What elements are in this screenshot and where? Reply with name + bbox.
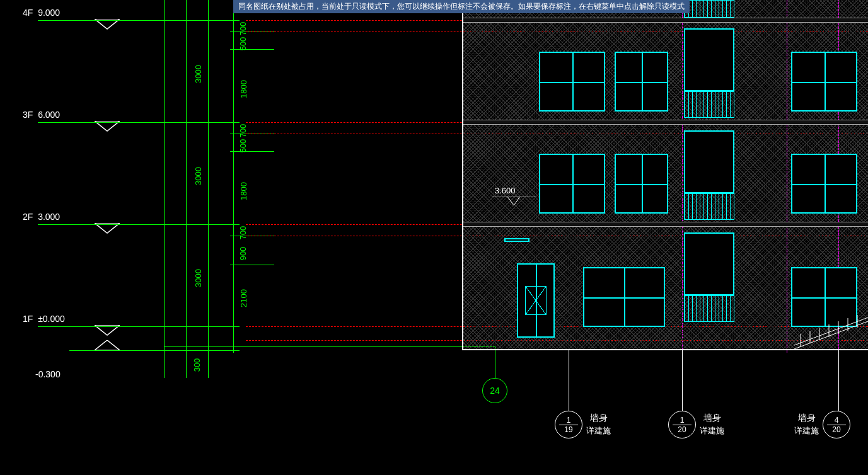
- detail-ref-1: 119 墙身详建施: [555, 411, 611, 438]
- floor-line-1f: [38, 326, 240, 327]
- balcony-rail-2f: [684, 193, 734, 220]
- slab-3f: [463, 120, 868, 125]
- slab-2f: [463, 222, 868, 227]
- readonly-notice: 同名图纸在别处被占用，当前处于只读模式下，您可以继续操作但标注不会被保存。如果要…: [233, 0, 690, 13]
- floor-1f: 1F ±0.000: [23, 314, 65, 324]
- balcony-door-1f: [684, 232, 734, 295]
- floor-line-3f: [38, 122, 240, 123]
- balcony-4f: [684, 0, 734, 18]
- elev-3600-mark: [492, 197, 536, 207]
- window-2f-b: [615, 154, 668, 214]
- axis-24: 24: [482, 378, 507, 403]
- slab-4f: [463, 18, 868, 23]
- dim-3000-a: 3000: [194, 65, 203, 83]
- dim-3000-c: 3000: [194, 269, 203, 287]
- tick: [230, 265, 274, 265]
- dim-700-c: 700: [238, 226, 248, 240]
- balcony-rail-1f: [684, 295, 734, 322]
- axis-drop: [495, 346, 495, 378]
- window-2f-a: [539, 154, 605, 214]
- detail-leader-2: [682, 350, 683, 411]
- svg-line-7: [794, 318, 868, 345]
- detail-ref-3: 墙身详建施 420: [794, 411, 850, 438]
- floor-line-2f: [38, 224, 240, 225]
- balcony-rail-3f: [684, 91, 734, 118]
- tick: [230, 151, 274, 152]
- dim-3000-b: 3000: [194, 167, 203, 185]
- basement-elev: -0.300: [35, 369, 61, 379]
- dim-500-b: 500: [238, 139, 248, 153]
- balcony-door-2f: [684, 130, 734, 193]
- lintel: [504, 238, 529, 242]
- dim-700-b: 700: [238, 124, 248, 138]
- dim-900: 900: [238, 247, 248, 261]
- balcony-door-3f: [684, 28, 734, 91]
- dim-500-a: 500: [238, 37, 248, 51]
- ramp: [794, 315, 868, 350]
- detail-leader-3: [838, 350, 839, 411]
- elev-3600: 3.600: [495, 186, 516, 195]
- window-2f-c: [791, 154, 857, 214]
- dim-line-v1: [164, 0, 165, 378]
- base-line: [69, 350, 240, 351]
- detail-ref-2: 120 墙身详建施: [668, 411, 724, 438]
- window-1f-a: [583, 267, 665, 327]
- floor-line-4f: [38, 20, 240, 21]
- dim-line-v3: [208, 0, 209, 378]
- detail-leader-1: [569, 350, 569, 411]
- axis-line: [164, 346, 495, 347]
- window-3f-a: [539, 52, 605, 112]
- dim-line-v4: [233, 0, 234, 353]
- window-3f-c: [791, 52, 857, 112]
- dim-1800-b: 1800: [239, 182, 248, 200]
- svg-line-6: [794, 321, 868, 349]
- entry-door-1f: [517, 263, 555, 338]
- tick: [230, 49, 274, 50]
- dim-300: 300: [192, 358, 202, 372]
- dim-2100: 2100: [239, 289, 248, 307]
- dim-700-a: 700: [238, 22, 248, 36]
- window-3f-b: [615, 52, 668, 112]
- floor-3f: 3F 6.000: [23, 110, 60, 120]
- dim-line-v2: [186, 0, 187, 378]
- floor-2f: 2F 3.000: [23, 212, 60, 222]
- floor-4f: 4F 9.000: [23, 8, 60, 18]
- dim-1800-a: 1800: [239, 80, 248, 98]
